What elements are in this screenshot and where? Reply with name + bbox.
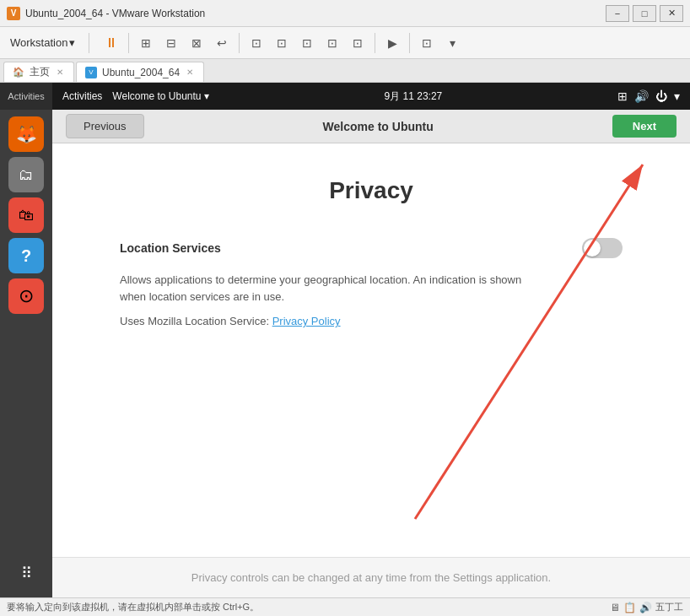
location-description: Allows applications to determine your ge… <box>120 272 525 305</box>
ubuntu-content: Previous Welcome to Ubuntu Next Privacy … <box>52 110 690 597</box>
topbar-power-icon[interactable]: ⏻ <box>655 89 667 103</box>
pause-button[interactable]: ⏸ <box>100 31 123 55</box>
location-services-label: Location Services <box>120 241 221 255</box>
home-tab-close[interactable]: ✕ <box>55 67 65 78</box>
topbar-sound-icon[interactable]: 🔊 <box>634 89 649 103</box>
vm-tab-icon: V <box>85 67 97 78</box>
vm-tab-close[interactable]: ✕ <box>185 67 195 78</box>
toolbar-btn-8[interactable]: ⊡ <box>321 31 344 55</box>
status-text-right: 五丁工 <box>655 601 683 613</box>
topbar-left: Activities Welcome to Ubuntu ▾ <box>62 90 209 102</box>
minimize-button[interactable]: − <box>606 5 629 22</box>
privacy-footer-text: Privacy controls can be changed at any t… <box>191 571 551 584</box>
home-icon: 🏠 <box>13 67 24 78</box>
sidebar-app-firefox[interactable]: 🦊 <box>8 116 44 152</box>
vmware-icon: V <box>7 7 20 20</box>
next-button[interactable]: Next <box>612 115 677 138</box>
toolbar-btn-2[interactable]: ⊟ <box>159 31 183 55</box>
toolbar-btn-3[interactable]: ⊠ <box>185 31 208 55</box>
toolbar-sep3 <box>239 33 240 53</box>
vm-window: Activities 🦊 🗂 🛍 ? ⊙ ⠿ Activities Welcom… <box>0 83 690 597</box>
toolbar-sep4 <box>375 33 375 53</box>
workstation-label: Workstation <box>10 36 67 49</box>
vm-tab-label: Ubuntu_2004_64 <box>102 67 180 78</box>
toolbar-sep2 <box>128 33 129 53</box>
privacy-policy-link[interactable]: Privacy Policy <box>272 315 341 327</box>
title-bar-left: V Ubuntu_2004_64 - VMware Workstation <box>7 7 205 20</box>
status-icon-2[interactable]: 📋 <box>623 602 636 613</box>
ubuntu-topbar: Activities Welcome to Ubuntu ▾ 9月 11 23:… <box>52 83 690 110</box>
dropdown-icon: ▾ <box>69 36 75 49</box>
home-tab-label: 主页 <box>30 65 50 79</box>
close-button[interactable]: ✕ <box>660 5 683 22</box>
location-services-toggle[interactable] <box>582 238 623 258</box>
status-icon-3[interactable]: 🔊 <box>639 602 652 613</box>
previous-button[interactable]: Previous <box>66 114 144 138</box>
topbar-activities[interactable]: Activities <box>62 90 102 102</box>
welcome-header-title: Welcome to Ubuntu <box>323 120 434 133</box>
tab-bar: 🏠 主页 ✕ V Ubuntu_2004_64 ✕ <box>0 59 690 83</box>
topbar-app-dropdown: ▾ <box>204 90 209 102</box>
maximize-button[interactable]: □ <box>633 5 656 22</box>
vm-tab[interactable]: V Ubuntu_2004_64 ✕ <box>76 62 204 82</box>
toolbar-btn-9[interactable]: ⊡ <box>346 31 369 55</box>
privacy-content: Privacy Location Services Allows applica… <box>52 143 690 557</box>
toolbar-btn-4[interactable]: ↩ <box>210 31 234 55</box>
toolbar-btn-6[interactable]: ⊡ <box>270 31 294 55</box>
status-right: 🖥 📋 🔊 五丁工 <box>610 601 683 613</box>
sidebar-app-grid[interactable]: ⠿ <box>8 555 44 591</box>
toolbar-btn-1[interactable]: ⊞ <box>134 31 158 55</box>
status-hint-text: 要将输入定向到该虚拟机，请在虚拟机内部单击或按 Ctrl+G。 <box>7 601 259 613</box>
topbar-clock: 9月 11 23:27 <box>385 89 443 104</box>
location-policy: Uses Mozilla Location Service: Privacy P… <box>120 315 623 327</box>
location-services-row: Location Services <box>120 238 623 258</box>
toolbar-sep5 <box>409 33 410 53</box>
toolbar-btn-10[interactable]: ▶ <box>380 31 404 55</box>
policy-text: Uses Mozilla Location Service: <box>120 315 272 327</box>
toolbar-separator <box>89 33 89 53</box>
toolbar-btn-5[interactable]: ⊡ <box>245 31 268 55</box>
sidebar-app-software[interactable]: 🛍 <box>8 197 44 233</box>
workstation-menu[interactable]: Workstation ▾ <box>7 35 78 51</box>
privacy-title: Privacy <box>120 177 623 204</box>
toggle-knob <box>584 240 601 257</box>
toolbar-controls: ⏸ ⊞ ⊟ ⊠ ↩ ⊡ ⊡ ⊡ ⊡ ⊡ ▶ ⊡ ▾ <box>100 31 464 55</box>
sidebar-app-files[interactable]: 🗂 <box>8 157 44 192</box>
welcome-header: Previous Welcome to Ubuntu Next <box>52 110 690 143</box>
title-bar-controls: − □ ✕ <box>606 5 683 22</box>
ubuntu-sidebar: Activities 🦊 🗂 🛍 ? ⊙ ⠿ <box>0 83 52 597</box>
toolbar: Workstation ▾ ⏸ ⊞ ⊟ ⊠ ↩ ⊡ ⊡ ⊡ ⊡ ⊡ ▶ ⊡ ▾ <box>0 27 690 59</box>
title-bar: V Ubuntu_2004_64 - VMware Workstation − … <box>0 0 690 27</box>
status-icon-1[interactable]: 🖥 <box>610 602 620 613</box>
toolbar-btn-12[interactable]: ▾ <box>440 31 464 55</box>
topbar-system-dropdown[interactable]: ▾ <box>674 89 680 103</box>
toolbar-btn-11[interactable]: ⊡ <box>415 31 439 55</box>
sidebar-app-ubuntu[interactable]: ⊙ <box>8 278 44 314</box>
toolbar-btn-7[interactable]: ⊡ <box>295 31 319 55</box>
topbar-network-icon[interactable]: ⊞ <box>617 89 628 103</box>
status-bar: 要将输入定向到该虚拟机，请在虚拟机内部单击或按 Ctrl+G。 🖥 📋 🔊 五丁… <box>0 597 690 616</box>
privacy-footer: Privacy controls can be changed at any t… <box>52 557 690 597</box>
topbar-app-menu[interactable]: Welcome to Ubuntu ▾ <box>112 90 209 102</box>
home-tab[interactable]: 🏠 主页 ✕ <box>3 62 74 82</box>
topbar-right: ⊞ 🔊 ⏻ ▾ <box>617 89 680 103</box>
sidebar-app-help[interactable]: ? <box>8 238 44 273</box>
activities-button[interactable]: Activities <box>0 83 52 110</box>
window-title: Ubuntu_2004_64 - VMware Workstation <box>25 8 205 19</box>
